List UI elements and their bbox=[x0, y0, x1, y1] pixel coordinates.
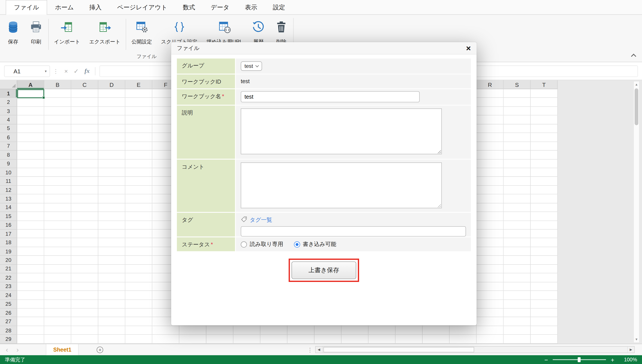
cell-B29[interactable] bbox=[44, 335, 72, 344]
vertical-scroll-thumb[interactable] bbox=[634, 88, 638, 125]
radio-read-only[interactable] bbox=[241, 241, 247, 247]
cell-C11[interactable] bbox=[71, 177, 98, 186]
scroll-left-icon[interactable]: ◀ bbox=[316, 346, 322, 353]
cell-L28[interactable] bbox=[314, 326, 342, 335]
cell-E26[interactable] bbox=[125, 308, 152, 317]
cell-T24[interactable] bbox=[531, 291, 558, 300]
cell-C16[interactable] bbox=[71, 221, 98, 230]
cell-A7[interactable] bbox=[17, 142, 44, 150]
cell-C6[interactable] bbox=[71, 133, 98, 142]
cell-B22[interactable] bbox=[44, 274, 72, 282]
cell-E23[interactable] bbox=[125, 282, 152, 291]
cell-E2[interactable] bbox=[125, 98, 152, 107]
cell-S29[interactable] bbox=[503, 335, 531, 344]
row-header-10[interactable]: 10 bbox=[0, 168, 17, 177]
description-textarea[interactable] bbox=[241, 108, 442, 154]
cell-A21[interactable] bbox=[17, 265, 44, 274]
cell-K29[interactable] bbox=[287, 335, 314, 344]
cell-R24[interactable] bbox=[477, 291, 504, 300]
cell-R26[interactable] bbox=[477, 308, 504, 317]
name-box[interactable]: A1 ▾ bbox=[4, 65, 50, 77]
cell-B16[interactable] bbox=[44, 221, 72, 230]
row-header-20[interactable]: 20 bbox=[0, 256, 17, 264]
cell-D27[interactable] bbox=[98, 317, 125, 326]
tag-list-link[interactable]: タグ一覧 bbox=[250, 216, 272, 224]
cell-B2[interactable] bbox=[44, 98, 72, 107]
cell-R21[interactable] bbox=[477, 265, 504, 274]
save-button[interactable]: 保存 bbox=[2, 15, 25, 46]
cell-S23[interactable] bbox=[503, 282, 531, 291]
cell-E3[interactable] bbox=[125, 107, 152, 116]
row-header-1[interactable]: 1 bbox=[0, 89, 17, 98]
tab-settings[interactable]: 設定 bbox=[265, 0, 293, 14]
cell-T26[interactable] bbox=[531, 308, 558, 317]
cell-G28[interactable] bbox=[179, 326, 206, 335]
row-header-14[interactable]: 14 bbox=[0, 203, 17, 212]
cell-P29[interactable] bbox=[423, 335, 450, 344]
row-header-28[interactable]: 28 bbox=[0, 326, 17, 335]
column-header-S[interactable]: S bbox=[503, 80, 531, 89]
cell-E9[interactable] bbox=[125, 159, 152, 168]
cell-R18[interactable] bbox=[477, 238, 504, 247]
cell-D17[interactable] bbox=[98, 230, 125, 238]
workbook-name-input[interactable] bbox=[241, 91, 420, 102]
cell-Q29[interactable] bbox=[450, 335, 477, 344]
cell-D1[interactable] bbox=[98, 89, 125, 98]
row-header-9[interactable]: 9 bbox=[0, 159, 17, 168]
cell-S16[interactable] bbox=[503, 221, 531, 230]
script-settings-button[interactable]: スクリプト設定 bbox=[157, 15, 202, 46]
cell-S11[interactable] bbox=[503, 177, 531, 186]
cell-D10[interactable] bbox=[98, 168, 125, 177]
cell-C13[interactable] bbox=[71, 194, 98, 203]
cell-C5[interactable] bbox=[71, 124, 98, 133]
cell-S13[interactable] bbox=[503, 194, 531, 203]
cell-D8[interactable] bbox=[98, 150, 125, 159]
cell-T1[interactable] bbox=[531, 89, 558, 98]
cell-E4[interactable] bbox=[125, 116, 152, 124]
column-header-R[interactable]: R bbox=[477, 80, 504, 89]
cell-C26[interactable] bbox=[71, 308, 98, 317]
cell-R16[interactable] bbox=[477, 221, 504, 230]
cell-S28[interactable] bbox=[503, 326, 531, 335]
cell-R10[interactable] bbox=[477, 168, 504, 177]
cell-E29[interactable] bbox=[125, 335, 152, 344]
cell-R27[interactable] bbox=[477, 317, 504, 326]
cell-E15[interactable] bbox=[125, 212, 152, 221]
history-button[interactable]: 履歴 bbox=[247, 15, 270, 46]
cell-T3[interactable] bbox=[531, 107, 558, 116]
cell-E25[interactable] bbox=[125, 300, 152, 308]
cell-I28[interactable] bbox=[233, 326, 261, 335]
cell-S22[interactable] bbox=[503, 274, 531, 282]
cell-G29[interactable] bbox=[179, 335, 206, 344]
cell-B1[interactable] bbox=[44, 89, 72, 98]
row-header-6[interactable]: 6 bbox=[0, 133, 17, 142]
cell-E7[interactable] bbox=[125, 142, 152, 150]
cell-E11[interactable] bbox=[125, 177, 152, 186]
cell-C17[interactable] bbox=[71, 230, 98, 238]
cell-S7[interactable] bbox=[503, 142, 531, 150]
cell-S3[interactable] bbox=[503, 107, 531, 116]
cell-A4[interactable] bbox=[17, 116, 44, 124]
cell-T7[interactable] bbox=[531, 142, 558, 150]
cell-R9[interactable] bbox=[477, 159, 504, 168]
cell-R19[interactable] bbox=[477, 247, 504, 256]
tab-data[interactable]: データ bbox=[203, 0, 237, 14]
horizontal-scroll-thumb[interactable] bbox=[323, 347, 474, 352]
cell-B26[interactable] bbox=[44, 308, 72, 317]
cell-R4[interactable] bbox=[477, 116, 504, 124]
cell-C24[interactable] bbox=[71, 291, 98, 300]
tab-formulas[interactable]: 数式 bbox=[175, 0, 203, 14]
cell-T9[interactable] bbox=[531, 159, 558, 168]
row-header-12[interactable]: 12 bbox=[0, 186, 17, 194]
zoom-slider[interactable] bbox=[553, 359, 606, 360]
cell-B3[interactable] bbox=[44, 107, 72, 116]
cell-C7[interactable] bbox=[71, 142, 98, 150]
cell-Q28[interactable] bbox=[450, 326, 477, 335]
cell-E12[interactable] bbox=[125, 186, 152, 194]
cell-S20[interactable] bbox=[503, 256, 531, 264]
zoom-in-button[interactable]: + bbox=[609, 356, 616, 363]
cell-B12[interactable] bbox=[44, 186, 72, 194]
cell-A26[interactable] bbox=[17, 308, 44, 317]
cell-R11[interactable] bbox=[477, 177, 504, 186]
cell-C21[interactable] bbox=[71, 265, 98, 274]
